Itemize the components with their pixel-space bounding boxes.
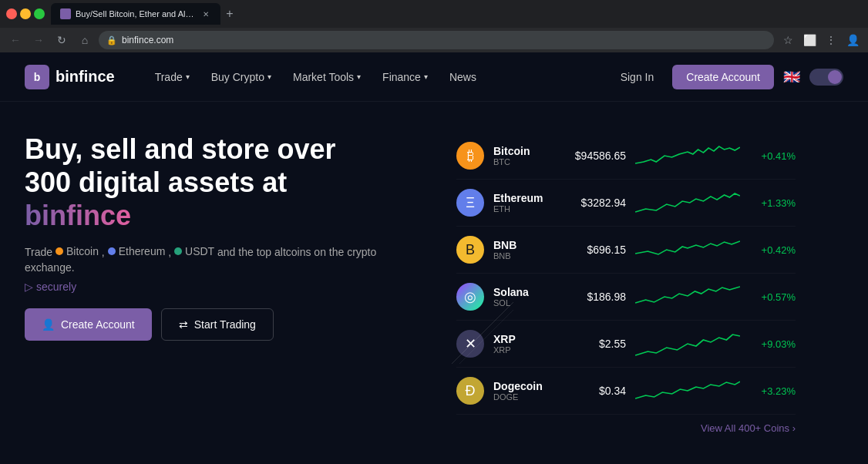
browser-chrome: Buy/Sell Bitcoin, Ether and Altc... ✕ + …: [0, 0, 868, 52]
bitcoin-info: Bitcoin BTC: [493, 145, 547, 166]
browser-controls: [6, 8, 45, 19]
home-button[interactable]: ⌂: [76, 31, 94, 49]
back-button[interactable]: ←: [6, 31, 25, 49]
bitcoin-dot: [56, 247, 63, 255]
bitcoin-price: $94586.65: [557, 150, 626, 162]
nav-buy-crypto[interactable]: Buy Crypto ▾: [202, 66, 281, 88]
xrp-change: +9.03%: [749, 338, 796, 350]
chevron-down-icon: ▾: [267, 72, 271, 81]
profile-button[interactable]: 👤: [843, 31, 862, 49]
bitcoin-chart: [635, 140, 740, 171]
dogecoin-change: +3.23%: [749, 385, 796, 397]
nav-market-tools[interactable]: Market Tools ▾: [284, 66, 370, 88]
securely-link[interactable]: ▷ securely: [25, 281, 426, 293]
view-all-coins-link[interactable]: View All 400+ Coins ›: [456, 415, 796, 434]
browser-maximize-button[interactable]: [34, 8, 45, 19]
svg-line-1: [459, 310, 513, 364]
solana-price: $186.98: [557, 291, 626, 303]
solana-change: +0.57%: [749, 291, 796, 303]
hero-subtitle: Trade Bitcoin , Ethereum , USDT and the …: [25, 244, 426, 277]
bnb-icon: B: [456, 236, 484, 264]
browser-top-bar: Buy/Sell Bitcoin, Ether and Altc... ✕ +: [0, 0, 868, 28]
logo-text: binfince: [56, 68, 115, 86]
play-icon: ▷: [25, 281, 33, 293]
decorative-lines: [452, 302, 513, 364]
new-tab-button[interactable]: +: [220, 5, 239, 23]
bnb-info: BNB BNB: [493, 239, 547, 261]
chevron-down-icon: ▾: [186, 72, 190, 81]
nav-news[interactable]: News: [440, 66, 486, 88]
theme-toggle[interactable]: [809, 69, 843, 86]
ethereum-chart: [635, 187, 740, 218]
active-tab[interactable]: Buy/Sell Bitcoin, Ether and Altc... ✕: [51, 3, 220, 25]
coin-row-doge[interactable]: Ð Dogecoin DOGE $0.34 +3.23%: [456, 368, 796, 415]
coin-row-bnb[interactable]: B BNB BNB $696.15 +0.42%: [456, 227, 796, 274]
ethereum-price: $3282.94: [557, 197, 626, 209]
url-text: binfince.com: [122, 35, 173, 45]
dogecoin-price: $0.34: [557, 385, 626, 397]
site-content: b binfince Trade ▾ Buy Crypto ▾ Market T…: [0, 52, 868, 464]
browser-nav-actions: ☆ ⬜ ⋮ 👤: [779, 31, 862, 49]
nav-actions-right: Sign In Create Account 🇬🇧: [611, 65, 843, 89]
forward-button[interactable]: →: [29, 31, 48, 49]
sign-in-button[interactable]: Sign In: [611, 66, 664, 88]
chevron-down-icon: ▾: [424, 72, 428, 81]
tab-label: Buy/Sell Bitcoin, Ether and Altc...: [76, 9, 196, 18]
coin-row-eth[interactable]: Ξ Ethereum ETH $3282.94 +1.33%: [456, 180, 796, 227]
coin-row-btc[interactable]: ₿ Bitcoin BTC $94586.65 +0.41%: [456, 133, 796, 180]
create-account-hero-button[interactable]: 👤 Create Account: [25, 308, 152, 341]
trade-icon: ⇄: [179, 318, 188, 331]
ethereum-change: +1.33%: [749, 197, 796, 209]
hero-section: Buy, sell and store over 300 digital ass…: [0, 102, 868, 449]
language-flag[interactable]: 🇬🇧: [783, 69, 800, 86]
toggle-knob: [828, 70, 842, 84]
extensions-button[interactable]: ⬜: [800, 31, 819, 49]
xrp-price: $2.55: [557, 338, 626, 350]
nav-trade[interactable]: Trade ▾: [146, 66, 199, 88]
address-bar[interactable]: 🔒 binfince.com: [99, 31, 774, 49]
bnb-change: +0.42%: [749, 244, 796, 256]
xrp-chart: [635, 328, 740, 359]
hero-title: Buy, sell and store over 300 digital ass…: [25, 133, 426, 233]
hero-brand-name: binfince: [25, 199, 131, 232]
ssl-icon: 🔒: [106, 35, 117, 45]
ethereum-icon: Ξ: [456, 189, 484, 217]
svg-line-0: [452, 302, 513, 364]
refresh-button[interactable]: ↻: [52, 31, 71, 49]
start-trading-button[interactable]: ⇄ Start Trading: [161, 308, 274, 341]
dogecoin-chart: [635, 375, 740, 406]
tab-favicon: [60, 8, 71, 19]
create-account-nav-button[interactable]: Create Account: [672, 65, 774, 89]
nav-finance[interactable]: Finance ▾: [373, 66, 437, 88]
ethereum-info: Ethereum ETH: [493, 192, 547, 214]
user-icon: 👤: [42, 318, 55, 331]
nav-links: Trade ▾ Buy Crypto ▾ Market Tools ▾ Fina…: [146, 66, 611, 88]
dogecoin-icon: Ð: [456, 377, 484, 405]
bnb-chart: [635, 234, 740, 265]
chevron-down-icon: ▾: [357, 72, 361, 81]
bookmark-button[interactable]: ☆: [779, 31, 797, 49]
browser-close-button[interactable]: [6, 8, 17, 19]
bitcoin-change: +0.41%: [749, 150, 796, 162]
securely-text: securely: [36, 281, 76, 293]
usdt-dot: [174, 247, 182, 255]
ethereum-dot: [108, 247, 116, 255]
hero-buttons: 👤 Create Account ⇄ Start Trading: [25, 308, 426, 341]
hero-left: Buy, sell and store over 300 digital ass…: [25, 133, 426, 434]
logo-icon: b: [25, 65, 49, 89]
bitcoin-icon: ₿: [456, 142, 484, 170]
bnb-price: $696.15: [557, 244, 626, 256]
logo[interactable]: b binfince: [25, 65, 115, 89]
tab-bar: Buy/Sell Bitcoin, Ether and Altc... ✕ +: [51, 3, 862, 25]
dogecoin-info: Dogecoin DOGE: [493, 380, 547, 402]
browser-minimize-button[interactable]: [20, 8, 31, 19]
browser-nav-bar: ← → ↻ ⌂ 🔒 binfince.com ☆ ⬜ ⋮ 👤: [0, 28, 868, 52]
coins-panel: ₿ Bitcoin BTC $94586.65 +0.41% Ξ Ethereu…: [456, 133, 796, 434]
tab-close-button[interactable]: ✕: [200, 8, 211, 19]
menu-button[interactable]: ⋮: [822, 31, 840, 49]
site-nav: b binfince Trade ▾ Buy Crypto ▾ Market T…: [0, 52, 868, 102]
solana-chart: [635, 281, 740, 312]
